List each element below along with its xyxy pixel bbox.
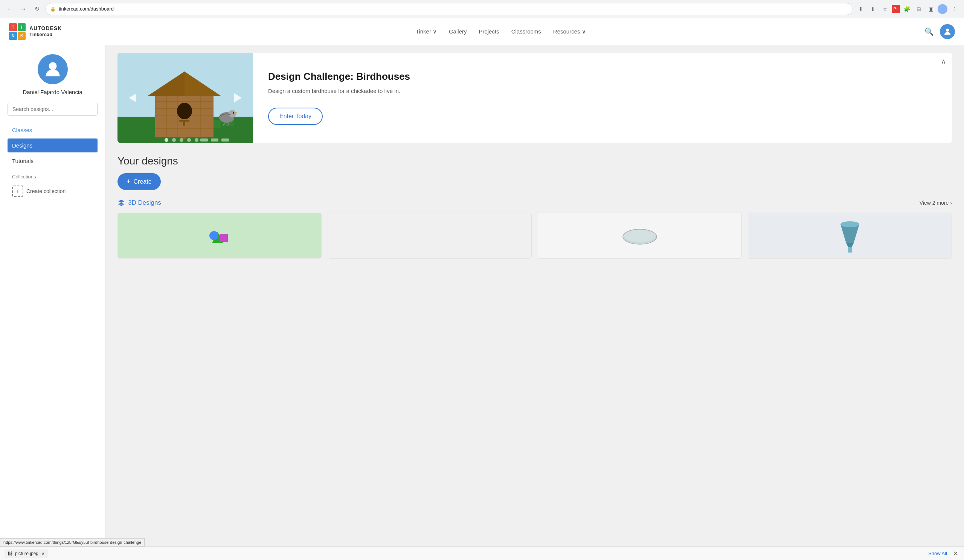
nav-tinker[interactable]: Tinker ∨ [416,28,437,35]
tinker-chevron: ∨ [433,28,437,35]
svg-point-41 [209,231,218,240]
collection-plus-icon: + [12,185,23,197]
challenge-title: Design Challenge: Birdhouses [268,71,937,83]
view-more-button[interactable]: View 2 more › [920,200,952,206]
main-layout: Daniel Fajardo Valencia Classes Designs … [0,45,964,560]
download-button[interactable]: ⬇ [855,4,866,14]
sidebar-avatar [37,54,68,84]
collapse-banner-button[interactable]: ∧ [941,57,946,65]
browser-chrome: ← → ↻ 🔒 tinkercad.com/dashboard ⬇ ⬆ ☆ P+… [0,0,964,18]
logo-cell-i: I [18,23,26,31]
design-card-4-thumb [748,213,952,258]
create-collection-label: Create collection [26,188,65,194]
svg-rect-40 [220,234,228,242]
more-button[interactable]: ⋮ [949,4,959,14]
nav-gallery[interactable]: Gallery [449,28,467,35]
design-card-1[interactable] [117,213,322,258]
challenge-image [117,53,253,143]
nav-resources[interactable]: Resources ∨ [553,28,586,35]
sidebar-item-classes[interactable]: Classes [8,123,98,137]
back-button[interactable]: ← [5,4,15,14]
logo-cell-k: K [18,32,26,40]
download-filename: picture.jpeg [15,551,38,556]
create-collection-button[interactable]: + Create collection [8,183,98,200]
header-actions: 🔍 [925,24,955,39]
svg-rect-38 [221,138,229,141]
logo-tinkercad: Tinkercad [29,32,62,37]
create-design-button[interactable]: + Create [117,173,161,190]
reload-button[interactable]: ↻ [32,4,42,14]
captions-button[interactable]: ⊟ [914,4,924,14]
svg-point-34 [187,138,191,142]
sidebar-username: Daniel Fajardo Valencia [8,89,98,95]
sidebar-collections-label: Collections [12,174,98,180]
design-card-3-thumb [538,213,741,258]
search-button[interactable]: 🔍 [925,27,934,36]
chevron-right-icon: › [950,200,952,206]
3d-designs-label: 3D Designs [128,199,161,207]
sidebar-toggle-button[interactable]: ▣ [926,4,936,14]
file-icon: 🖼 [8,551,12,556]
design-card-1-thumb [118,213,321,258]
logo-area: T I N K AUTODESK Tinkercad [9,23,62,40]
sidebar-item-tutorials[interactable]: Tutorials [8,154,98,168]
enter-today-button[interactable]: Enter Today [268,108,323,125]
browser-profile-button[interactable] [938,4,948,14]
nav-menu: Tinker ∨ Gallery Projects Classrooms Res… [77,28,925,35]
svg-point-24 [229,110,236,117]
challenge-content: Design Challenge: Birdhouses Design a cu… [253,53,952,143]
bookmark-button[interactable]: ☆ [880,4,890,14]
puzzle-extension-button[interactable]: 🧩 [902,4,912,14]
url-tooltip: https://www.tinkercad.com/things/1z8rGEu… [0,538,145,547]
svg-point-0 [946,29,949,32]
design-card-2[interactable] [327,213,532,258]
user-avatar-button[interactable] [940,24,955,39]
logo-cell-t: T [9,23,17,31]
download-item: 🖼 picture.jpeg ∧ [5,549,48,558]
design-card-3[interactable] [538,213,742,258]
url-text: tinkercad.com/dashboard [59,6,114,12]
designs-grid [117,213,952,258]
search-designs-input[interactable] [8,103,98,115]
nav-classrooms[interactable]: Classrooms [511,28,541,35]
svg-point-46 [840,221,859,227]
challenge-banner: Design Challenge: Birdhouses Design a cu… [117,53,952,143]
extension-puzzle-icon[interactable]: P+ [892,5,900,13]
browser-actions: ⬇ ⬆ ☆ P+ 🧩 ⊟ ▣ ⋮ [855,4,959,14]
sidebar: Daniel Fajardo Valencia Classes Designs … [0,45,106,560]
show-all-button[interactable]: Show All [928,550,947,556]
birdhouse-illustration [117,53,253,143]
nav-projects[interactable]: Projects [479,28,499,35]
lock-icon: 🔒 [50,6,56,12]
svg-marker-47 [846,243,854,247]
status-bar-close-button[interactable]: ✕ [952,550,959,557]
design-card-4[interactable] [748,213,952,258]
tinkercad-logo-grid: T I N K [9,23,26,40]
designs-section: Your designs + Create 3D Designs View 2 … [117,155,952,258]
app-header: T I N K AUTODESK Tinkercad Tinker ∨ Gall… [0,18,964,45]
svg-rect-36 [200,138,208,141]
view-more-label: View 2 more [920,200,949,206]
share-button[interactable]: ⬆ [868,4,878,14]
designs-section-title: Your designs [117,155,952,167]
3d-designs-subsection: 3D Designs View 2 more › [117,199,952,258]
download-expand-button[interactable]: ∧ [41,551,45,556]
svg-point-33 [180,138,183,142]
design-card-2-thumb [328,213,531,258]
create-label: Create [134,179,152,185]
3d-designs-header: 3D Designs View 2 more › [117,199,952,207]
resources-chevron: ∨ [582,28,586,35]
logo-cell-n: N [9,32,17,40]
address-bar[interactable]: 🔒 tinkercad.com/dashboard [45,3,853,15]
3d-cube-icon [117,199,125,207]
svg-point-20 [177,103,192,119]
avatar-icon [43,60,62,79]
svg-rect-21 [179,120,189,122]
download-status-bar: 🖼 picture.jpeg ∧ Show All ✕ [0,547,964,560]
3d-designs-title: 3D Designs [117,199,161,207]
forward-button[interactable]: → [18,4,29,14]
design-1-preview [205,221,234,251]
sidebar-item-designs[interactable]: Designs [8,138,98,153]
challenge-description: Design a custom birdhouse for a chickade… [268,87,937,96]
svg-point-1 [49,62,57,70]
